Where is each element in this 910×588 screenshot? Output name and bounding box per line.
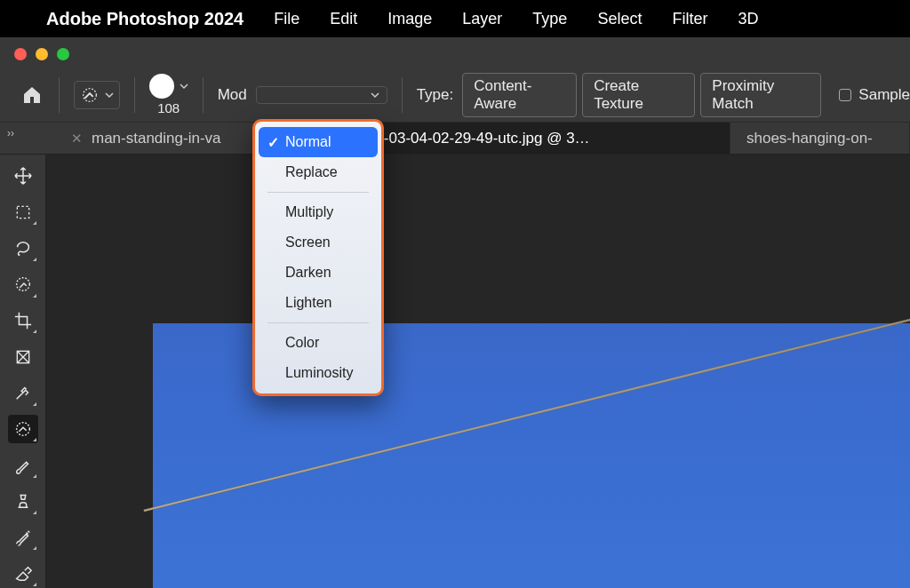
- brush-preview-icon: [149, 74, 174, 99]
- document-tab[interactable]: shoes-hanging-on-: [730, 123, 910, 154]
- svg-point-4: [16, 423, 29, 436]
- checkbox-icon: [839, 89, 851, 101]
- mode-option-screen[interactable]: Screen: [255, 227, 381, 258]
- window-zoom-button[interactable]: [57, 48, 69, 60]
- quick-select-tool[interactable]: [8, 270, 38, 299]
- separator: [402, 77, 403, 113]
- mode-option-replace[interactable]: Replace: [255, 157, 381, 187]
- crop-tool[interactable]: [8, 306, 38, 336]
- menu-separator: [267, 192, 369, 193]
- mode-option-normal[interactable]: Normal: [259, 127, 378, 157]
- mode-select[interactable]: [256, 86, 387, 104]
- document-tab-bar: ›› ✕ man-standing-in-va ape-2022-03-04-0…: [0, 123, 910, 155]
- mode-option-darken[interactable]: Darken: [255, 258, 381, 288]
- sample-all-layers-checkbox[interactable]: Sample: [839, 86, 910, 104]
- mode-option-color[interactable]: Color: [255, 328, 381, 358]
- svg-point-0: [83, 88, 96, 101]
- menu-select[interactable]: Select: [597, 10, 642, 28]
- menu-file[interactable]: File: [274, 10, 299, 28]
- expand-panels-button[interactable]: ››: [0, 123, 21, 144]
- sample-label: Sample: [858, 86, 910, 104]
- type-proximity-match-button[interactable]: Proximity Match: [700, 73, 821, 117]
- tab-label: man-standing-in-va: [92, 130, 221, 147]
- history-brush-tool[interactable]: [8, 523, 38, 552]
- menu-image[interactable]: Image: [387, 10, 432, 28]
- type-create-texture-button[interactable]: Create Texture: [582, 73, 695, 117]
- type-button-group: Content-Aware Create Texture Proximity M…: [462, 73, 821, 117]
- separator: [203, 77, 204, 113]
- home-button[interactable]: [20, 82, 44, 108]
- marquee-tool[interactable]: [8, 198, 38, 227]
- brush-tool[interactable]: [8, 450, 38, 480]
- mode-option-multiply[interactable]: Multiply: [255, 197, 381, 227]
- frame-tool[interactable]: [8, 342, 38, 371]
- window-titlebar: [0, 37, 910, 68]
- menu-separator: [267, 322, 369, 323]
- chevron-down-icon: [371, 91, 379, 99]
- separator: [134, 77, 135, 113]
- tools-panel: [0, 155, 46, 588]
- mode-option-lighten[interactable]: Lighten: [255, 288, 381, 318]
- tab-label: shoes-hanging-on-: [746, 130, 873, 147]
- menu-filter[interactable]: Filter: [672, 10, 707, 28]
- app-name[interactable]: Adobe Photoshop 2024: [46, 9, 243, 29]
- chevron-down-icon: [105, 91, 114, 99]
- move-tool[interactable]: [8, 162, 38, 191]
- eraser-tool[interactable]: [8, 559, 38, 588]
- canvas[interactable]: [46, 155, 910, 588]
- mode-dropdown-menu: Normal Replace Multiply Screen Darken Li…: [252, 119, 384, 396]
- menu-type[interactable]: Type: [532, 10, 567, 28]
- workspace: [0, 155, 910, 588]
- window-close-button[interactable]: [14, 48, 27, 60]
- chevron-down-icon: [180, 82, 188, 91]
- separator: [59, 77, 60, 113]
- options-bar: 108 Mod Type: Content-Aware Create Textu…: [0, 68, 910, 123]
- current-tool-indicator[interactable]: [74, 81, 120, 109]
- window-controls: [14, 48, 69, 60]
- spot-healing-brush-tool[interactable]: [8, 415, 38, 444]
- eyedropper-tool[interactable]: [8, 378, 38, 408]
- lasso-tool[interactable]: [8, 234, 38, 263]
- spot-healing-icon: [80, 85, 100, 105]
- menu-layer[interactable]: Layer: [462, 10, 502, 28]
- close-tab-icon[interactable]: ✕: [71, 131, 83, 147]
- window-minimize-button[interactable]: [36, 48, 48, 60]
- brush-preset-picker[interactable]: 108: [149, 74, 188, 115]
- image-detail: [419, 545, 910, 588]
- svg-rect-1: [17, 206, 28, 218]
- type-content-aware-button[interactable]: Content-Aware: [462, 73, 577, 117]
- type-label: Type:: [417, 86, 454, 104]
- clone-stamp-tool[interactable]: [8, 487, 38, 516]
- mode-label: Mod: [218, 86, 247, 104]
- brush-size-value: 108: [157, 100, 180, 115]
- app-window: 108 Mod Type: Content-Aware Create Textu…: [0, 37, 910, 588]
- macos-menubar: Adobe Photoshop 2024 File Edit Image Lay…: [0, 0, 910, 37]
- mode-option-luminosity[interactable]: Luminosity: [255, 358, 381, 388]
- menu-3d[interactable]: 3D: [738, 10, 758, 28]
- menu-edit[interactable]: Edit: [330, 10, 357, 28]
